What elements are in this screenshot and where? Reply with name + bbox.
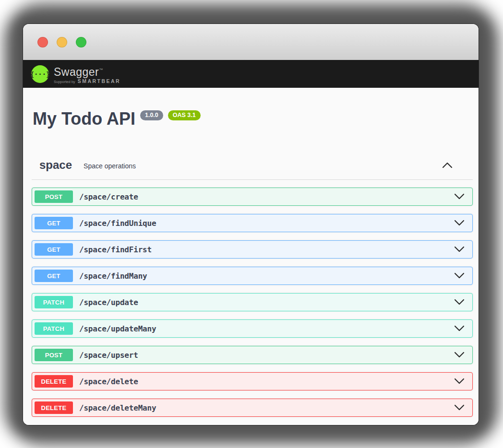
operation-row[interactable]: GET /space/findUnique [32, 214, 473, 232]
chevron-down-icon[interactable] [454, 352, 465, 358]
chevron-down-icon[interactable] [454, 299, 465, 306]
swagger-topbar: {···} Swagger™ Supported by SMARTBEAR [23, 60, 479, 88]
method-badge: GET [35, 217, 73, 229]
macos-titlebar [23, 24, 479, 60]
chevron-down-icon[interactable] [454, 220, 465, 226]
operation-row[interactable]: DELETE /space/delete [32, 372, 473, 390]
tag-section-header[interactable]: space Space operations [39, 158, 459, 172]
method-badge: PATCH [35, 322, 73, 335]
operation-row[interactable]: GET /space/findFirst [32, 240, 473, 259]
method-badge: DELETE [35, 401, 73, 414]
close-icon[interactable] [37, 37, 48, 47]
supported-by-label: Supported by [54, 80, 75, 84]
zoom-icon[interactable] [76, 37, 86, 47]
operation-row[interactable]: GET /space/findMany [32, 267, 473, 285]
api-title-text: My Todo API [33, 109, 135, 129]
swagger-logo-text[interactable]: Swagger™ Supported by SMARTBEAR [54, 64, 120, 84]
operation-path: /space/findMany [79, 271, 147, 281]
operation-path: /space/create [79, 192, 138, 201]
operation-path: /space/upsert [79, 351, 138, 360]
chevron-down-icon[interactable] [454, 193, 465, 200]
swagger-logo-icon[interactable]: {···} [31, 65, 49, 83]
version-badge: 1.0.0 [140, 110, 163, 120]
sponsor-label: SMARTBEAR [78, 78, 121, 84]
page-title: My Todo API1.0.0OAS 3.1 [33, 109, 473, 129]
trademark-symbol: ™ [99, 68, 103, 72]
operation-row[interactable]: PATCH /space/update [32, 293, 473, 311]
chevron-down-icon[interactable] [454, 404, 465, 411]
api-content: My Todo API1.0.0OAS 3.1 space Space oper… [23, 88, 479, 425]
section-divider [32, 179, 473, 180]
chevron-down-icon[interactable] [454, 272, 465, 279]
operations-list: POST /space/create GET /space/findUnique… [32, 188, 473, 417]
tag-name: space [39, 158, 72, 172]
method-badge: PATCH [35, 296, 73, 308]
operation-row[interactable]: DELETE /space/deleteMany [32, 399, 473, 417]
chevron-down-icon[interactable] [454, 378, 465, 385]
method-badge: POST [35, 349, 73, 361]
method-badge: GET [35, 243, 73, 256]
chevron-down-icon[interactable] [454, 246, 465, 253]
logo-title-label: Swagger [54, 66, 99, 78]
operation-path: /space/findUnique [79, 219, 156, 228]
svg-text:{···}: {···} [31, 70, 49, 78]
chevron-up-icon[interactable] [442, 162, 453, 168]
operation-row[interactable]: PATCH /space/updateMany [32, 319, 473, 338]
method-badge: DELETE [35, 375, 73, 388]
operation-path: /space/updateMany [79, 324, 156, 333]
operation-path: /space/update [79, 298, 138, 307]
method-badge: GET [35, 270, 73, 282]
operation-path: /space/deleteMany [79, 403, 156, 413]
chevron-down-icon[interactable] [454, 325, 465, 332]
method-badge: POST [35, 190, 73, 203]
oas-badge: OAS 3.1 [168, 110, 201, 120]
tag-description: Space operations [84, 162, 136, 170]
operation-path: /space/findFirst [79, 245, 152, 254]
operation-path: /space/delete [79, 377, 138, 386]
app-window: {···} Swagger™ Supported by SMARTBEAR My… [23, 24, 479, 425]
minimize-icon[interactable] [57, 37, 67, 47]
operation-row[interactable]: POST /space/upsert [32, 346, 473, 364]
screenshot-stage: {···} Swagger™ Supported by SMARTBEAR My… [0, 0, 503, 448]
operation-row[interactable]: POST /space/create [32, 188, 473, 206]
